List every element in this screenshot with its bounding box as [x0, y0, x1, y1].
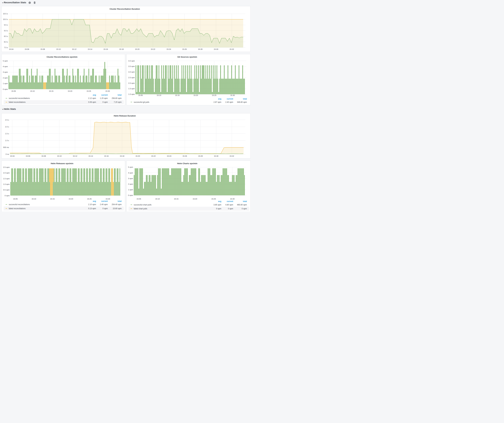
- svg-text:0.5 opm: 0.5 opm: [3, 189, 10, 191]
- svg-text:10.5 s: 10.5 s: [3, 13, 8, 15]
- svg-text:1 opm: 1 opm: [3, 82, 8, 84]
- svg-text:2.40 opm: 2.40 opm: [225, 101, 233, 103]
- svg-text:3.5 opm: 3.5 opm: [128, 65, 135, 67]
- svg-text:8.0 s: 8.0 s: [4, 41, 8, 43]
- svg-text:15:20: 15:20: [193, 198, 197, 200]
- svg-text:4 opm: 4 opm: [128, 172, 133, 174]
- svg-text:Helm Releases ops/min: Helm Releases ops/min: [51, 162, 73, 165]
- svg-text:15:08: 15:08: [41, 155, 46, 157]
- svg-text:15:26: 15:26: [182, 155, 187, 157]
- svg-text:15:25: 15:25: [86, 90, 91, 92]
- svg-text:500 ms: 500 ms: [3, 146, 9, 148]
- svg-text:15:30: 15:30: [230, 94, 235, 96]
- svg-text:15:15: 15:15: [50, 198, 55, 200]
- svg-text:15:14: 15:14: [88, 48, 92, 50]
- svg-text:3.0 opm: 3.0 opm: [128, 71, 135, 73]
- svg-text:avg: avg: [218, 98, 221, 100]
- svg-text:10.0 s: 10.0 s: [3, 18, 8, 20]
- svg-text:7.5 s: 7.5 s: [4, 47, 8, 48]
- svg-text:15:28: 15:28: [198, 48, 203, 50]
- svg-text:0.06 opm: 0.06 opm: [88, 101, 96, 103]
- svg-text:7.20 opm: 7.20 opm: [114, 101, 121, 103]
- svg-text:failed chart pulls: failed chart pulls: [134, 208, 147, 210]
- svg-text:2.0 opm: 2.0 opm: [3, 172, 10, 174]
- svg-text:15:15: 15:15: [174, 198, 179, 200]
- svg-text:15:24: 15:24: [167, 48, 171, 50]
- svg-text:Helm Charts ops/min: Helm Charts ops/min: [177, 162, 197, 165]
- svg-text:0 ns: 0 ns: [6, 153, 9, 155]
- svg-text:1.20 opm: 1.20 opm: [100, 97, 108, 99]
- svg-text:15:12: 15:12: [72, 48, 76, 50]
- svg-text:1.5 opm: 1.5 opm: [3, 178, 10, 180]
- svg-text:15:16: 15:16: [104, 155, 109, 157]
- svg-text:15:28: 15:28: [198, 155, 203, 157]
- svg-text:15:20: 15:20: [69, 198, 73, 200]
- svg-text:15:30: 15:30: [106, 198, 110, 200]
- svg-text:4 opm: 4 opm: [3, 65, 8, 67]
- svg-text:current: current: [227, 98, 233, 100]
- svg-text:15:32: 15:32: [229, 48, 234, 50]
- svg-text:current: current: [227, 200, 233, 203]
- svg-text:15:15: 15:15: [49, 90, 54, 92]
- svg-text:15:10: 15:10: [157, 94, 161, 96]
- svg-text:2.5 s: 2.5 s: [5, 119, 9, 121]
- svg-text:15.60 opm: 15.60 opm: [113, 207, 121, 210]
- svg-text:Cluster Reconciliation Duratio: Cluster Reconciliation Duration: [109, 8, 140, 10]
- svg-text:successful git pulls: successful git pulls: [134, 101, 149, 103]
- svg-text:5 opm: 5 opm: [3, 60, 8, 62]
- svg-text:15:22: 15:22: [151, 155, 156, 157]
- svg-text:successful reconciliations: successful reconciliations: [9, 97, 30, 99]
- svg-text:15:30: 15:30: [105, 90, 110, 92]
- svg-text:0 opm: 0 opm: [241, 208, 247, 210]
- svg-text:total: total: [118, 200, 121, 202]
- svg-text:total: total: [243, 200, 247, 203]
- svg-text:15:10: 15:10: [32, 198, 36, 200]
- svg-text:avg: avg: [93, 200, 96, 202]
- svg-text:total: total: [243, 98, 247, 100]
- svg-text:avg: avg: [93, 94, 96, 96]
- svg-text:0 opm: 0 opm: [102, 207, 108, 210]
- svg-text:15:30: 15:30: [230, 198, 234, 200]
- svg-text:8.5 s: 8.5 s: [4, 35, 8, 37]
- svg-text:9.5 s: 9.5 s: [4, 24, 8, 26]
- svg-text:15:05: 15:05: [13, 198, 18, 200]
- svg-text:15:25: 15:25: [211, 198, 216, 200]
- svg-text:3 opm: 3 opm: [128, 177, 133, 179]
- svg-text:2 opm: 2 opm: [3, 77, 8, 79]
- svg-text:15:26: 15:26: [182, 48, 187, 50]
- svg-text:4.0 opm: 4.0 opm: [128, 60, 135, 62]
- svg-text:2.0 s: 2.0 s: [5, 126, 9, 128]
- svg-text:15:10: 15:10: [30, 90, 35, 92]
- svg-text:15:24: 15:24: [167, 155, 171, 157]
- svg-text:15:05: 15:05: [11, 90, 16, 92]
- svg-text:2.5 opm: 2.5 opm: [3, 166, 10, 168]
- svg-text:2.10 opm: 2.10 opm: [88, 203, 96, 206]
- svg-text:0 opm: 0 opm: [3, 88, 8, 90]
- svg-text:0.13 opm: 0.13 opm: [88, 207, 96, 210]
- svg-text:0 opm: 0 opm: [102, 101, 108, 103]
- svg-text:9.0 s: 9.0 s: [4, 30, 8, 32]
- svg-text:15:14: 15:14: [88, 155, 93, 157]
- svg-text:2.40 opm: 2.40 opm: [100, 203, 108, 206]
- svg-text:15:10: 15:10: [56, 48, 61, 50]
- svg-text:0 opm: 0 opm: [128, 194, 133, 196]
- svg-text:15:12: 15:12: [73, 155, 77, 157]
- svg-text:256.80 opm: 256.80 opm: [112, 97, 121, 99]
- svg-text:15:25: 15:25: [212, 94, 216, 96]
- svg-text:1.0 opm: 1.0 opm: [128, 93, 135, 95]
- svg-text:15:20: 15:20: [193, 94, 198, 96]
- svg-text:1 opm: 1 opm: [128, 189, 133, 191]
- svg-text:15:10: 15:10: [155, 198, 160, 200]
- svg-text:15:04: 15:04: [9, 48, 13, 50]
- svg-text:0 opm: 0 opm: [216, 208, 221, 210]
- svg-text:3 opm: 3 opm: [3, 71, 8, 73]
- svg-text:1.0 s: 1.0 s: [5, 139, 9, 141]
- svg-text:15:06: 15:06: [26, 155, 30, 157]
- svg-text:current: current: [101, 94, 108, 96]
- svg-text:1.5 s: 1.5 s: [5, 133, 9, 135]
- svg-text:15:20: 15:20: [135, 48, 139, 50]
- svg-text:5 opm: 5 opm: [128, 166, 133, 168]
- svg-text:15:18: 15:18: [120, 155, 124, 157]
- svg-text:Helm Release Duration: Helm Release Duration: [114, 114, 136, 117]
- svg-text:15:10: 15:10: [57, 155, 61, 157]
